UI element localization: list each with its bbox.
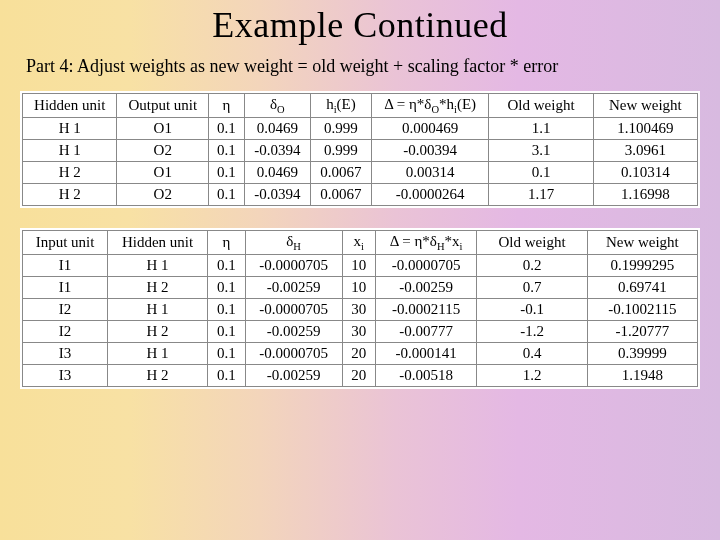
col-new-weight: New weight [587,231,697,255]
slide: Example Continued Part 4: Adjust weights… [0,0,720,540]
table-row: I2 H 1 0.1 -0.0000705 30 -0.0002115 -0.1… [23,299,698,321]
col-eta: η [209,94,245,118]
table-row: I3 H 1 0.1 -0.0000705 20 -0.000141 0.4 0… [23,343,698,365]
col-old-weight: Old weight [477,231,587,255]
col-delta-formula: Δ = η*δO*hi(E) [371,94,489,118]
col-old-weight: Old weight [489,94,593,118]
table-row: H 1 O1 0.1 0.0469 0.999 0.000469 1.1 1.1… [23,118,698,140]
col-eta: η [207,231,245,255]
slide-title: Example Continued [20,4,700,46]
col-hidden-unit: Hidden unit [23,94,117,118]
col-output-unit: Output unit [117,94,209,118]
table-row: I1 H 1 0.1 -0.0000705 10 -0.0000705 0.2 … [23,255,698,277]
table-row: I2 H 2 0.1 -0.00259 30 -0.00777 -1.2 -1.… [23,321,698,343]
table-header-row: Hidden unit Output unit η δO hi(E) Δ = η… [23,94,698,118]
col-input-unit: Input unit [23,231,108,255]
table-input-hidden: Input unit Hidden unit η δH xi Δ = η*δH*… [20,228,700,389]
col-hidden-unit: Hidden unit [108,231,208,255]
table-row: H 2 O1 0.1 0.0469 0.0067 0.00314 0.1 0.1… [23,162,698,184]
table-row: H 2 O2 0.1 -0.0394 0.0067 -0.0000264 1.1… [23,184,698,206]
col-hi-e: hi(E) [311,94,372,118]
col-delta-formula: Δ = η*δH*xi [375,231,477,255]
table-row: I1 H 2 0.1 -0.00259 10 -0.00259 0.7 0.69… [23,277,698,299]
table-row: I3 H 2 0.1 -0.00259 20 -0.00518 1.2 1.19… [23,365,698,387]
col-delta-h: δH [245,231,342,255]
col-xi: xi [342,231,375,255]
table-hidden-output: Hidden unit Output unit η δO hi(E) Δ = η… [20,91,700,208]
table-header-row: Input unit Hidden unit η δH xi Δ = η*δH*… [23,231,698,255]
col-new-weight: New weight [593,94,697,118]
table-row: H 1 O2 0.1 -0.0394 0.999 -0.00394 3.1 3.… [23,140,698,162]
col-delta-o: δO [244,94,310,118]
slide-subtitle: Part 4: Adjust weights as new weight = o… [26,56,700,77]
